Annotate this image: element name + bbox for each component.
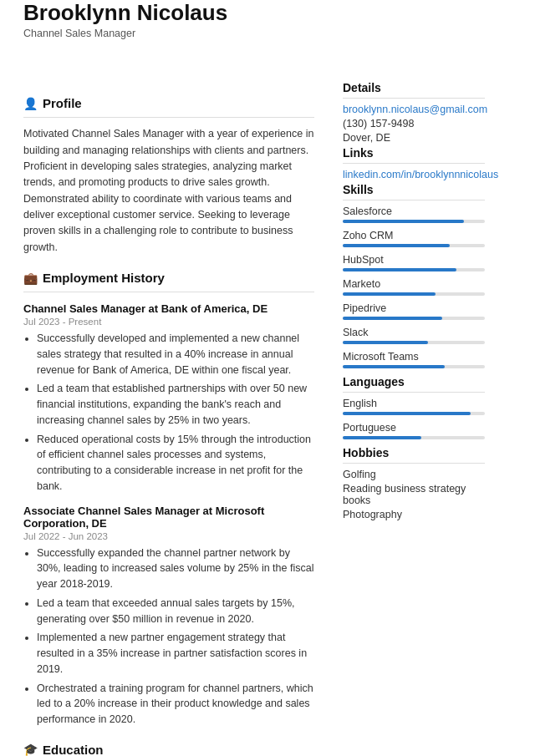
hobby-item-0: Golfing [343,469,485,480]
skill-item-6: Microsoft Teams [343,351,485,368]
languages-title: Languages [343,375,485,393]
job-2-bullet-2: Led a team that exceeded annual sales ta… [37,596,314,627]
location: Dover, DE [343,132,485,144]
skill-item-2: HubSpot [343,254,485,271]
skill-name-2: HubSpot [343,254,485,266]
skill-bar-fill-6 [343,365,445,368]
skill-name-4: Pipedrive [343,302,485,314]
skill-bar-bg-1 [343,244,485,247]
lang-bar-bg-0 [343,412,485,415]
education-section-title: 🎓 Education [23,743,314,756]
lang-bar-fill-1 [343,436,421,439]
job-2-bullet-4: Orchestrated a training program for chan… [37,681,314,728]
employment-icon: 💼 [23,271,38,285]
skill-bar-fill-3 [343,292,436,296]
job-2-bullet-1: Successfully expanded the channel partne… [37,545,314,592]
skills-title: Skills [343,183,485,200]
skill-bar-fill-4 [343,317,442,320]
skill-item-4: Pipedrive [343,302,485,320]
skills-section: Skills Salesforce Zoho CRM HubSpot Marke… [343,183,485,368]
profile-section: 👤 Profile Motivated Channel Sales Manage… [23,96,314,256]
lang-bar-bg-1 [343,436,485,439]
hobbies-section: Hobbies GolfingReading business strategy… [343,446,485,520]
skill-item-1: Zoho CRM [343,230,485,247]
employment-section: 💼 Employment History Channel Sales Manag… [23,271,314,728]
profile-text: Motivated Channel Sales Manager with a y… [23,126,314,256]
skill-name-3: Marketo [343,278,485,290]
lang-name-1: Portuguese [343,422,485,434]
right-column: Details brooklynn.nicolaus@gmail.com (13… [334,81,502,756]
email-link[interactable]: brooklynn.nicolaus@gmail.com [343,104,485,115]
job-1-dates: Jul 2023 - Present [23,317,314,327]
job-1-title: Channel Sales Manager at Bank of America… [23,302,314,315]
skill-bar-bg-0 [343,220,485,223]
links-section: Links linkedin.com/in/brooklynnnicolaus [343,146,485,180]
links-title: Links [343,146,485,164]
skill-bar-bg-4 [343,317,485,320]
skill-bar-bg-5 [343,341,485,344]
lang-bar-fill-0 [343,412,471,415]
skill-bar-bg-2 [343,268,485,271]
profile-icon: 👤 [23,97,38,110]
candidate-name: Brooklynn Nicolaus [23,0,515,26]
skill-name-0: Salesforce [343,205,485,217]
job-1-bullet-1: Successfully developed and implemented a… [37,331,314,378]
candidate-title: Channel Sales Manager [23,28,515,39]
skill-bar-fill-1 [343,244,450,247]
job-1-bullet-2: Led a team that established partnerships… [37,381,314,428]
employment-section-title: 💼 Employment History [23,271,314,285]
job-1-bullets: Successfully developed and implemented a… [23,331,314,495]
details-section: Details brooklynn.nicolaus@gmail.com (13… [343,81,485,144]
phone: (130) 157-9498 [343,118,485,129]
languages-list: English Portuguese [343,398,485,439]
skills-list: Salesforce Zoho CRM HubSpot Marketo Pipe… [343,205,485,368]
details-title: Details [343,81,485,99]
education-section: 🎓 Education Bachelor's Degree in Busines… [23,743,314,756]
lang-name-0: English [343,398,485,409]
hobby-item-2: Photography [343,509,485,520]
skill-bar-fill-0 [343,220,464,223]
job-1-bullet-3: Reduced operational costs by 15% through… [37,432,314,495]
skill-name-6: Microsoft Teams [343,351,485,363]
page-content: 👤 Profile Motivated Channel Sales Manage… [0,54,535,756]
languages-section: Languages English Portuguese [343,375,485,439]
job-2-dates: Jul 2022 - Jun 2023 [23,531,314,541]
skill-bar-fill-2 [343,268,456,271]
hobbies-title: Hobbies [343,446,485,464]
left-column: 👤 Profile Motivated Channel Sales Manage… [0,81,334,756]
skill-bar-fill-5 [343,341,428,344]
skill-bar-bg-3 [343,292,485,296]
skill-item-5: Slack [343,327,485,344]
linkedin-link[interactable]: linkedin.com/in/brooklynnnicolaus [343,169,485,180]
skill-item-0: Salesforce [343,205,485,223]
job-2-bullet-3: Implemented a new partner engagement str… [37,630,314,677]
job-2-title: Associate Channel Sales Manager at Micro… [23,505,314,530]
skill-name-1: Zoho CRM [343,230,485,241]
job-2-bullets: Successfully expanded the channel partne… [23,545,314,728]
skill-bar-bg-6 [343,365,485,368]
profile-section-title: 👤 Profile [23,96,314,110]
skill-name-5: Slack [343,327,485,338]
education-icon: 🎓 [23,743,38,756]
skill-item-3: Marketo [343,278,485,296]
job-2: Associate Channel Sales Manager at Micro… [23,505,314,728]
hobbies-list: GolfingReading business strategy booksPh… [343,469,485,520]
header: Brooklynn Nicolaus Channel Sales Manager [0,0,535,54]
lang-item-1: Portuguese [343,422,485,439]
job-1: Channel Sales Manager at Bank of America… [23,302,314,495]
lang-item-0: English [343,398,485,415]
hobby-item-1: Reading business strategy books [343,483,485,506]
